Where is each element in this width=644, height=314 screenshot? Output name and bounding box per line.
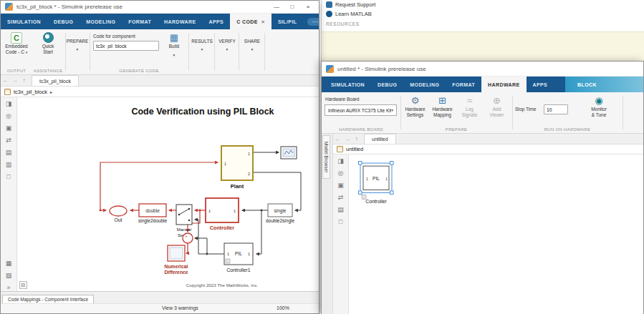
tab-apps[interactable]: APPS	[203, 14, 231, 29]
hardware-mapping-button[interactable]: ⊞ Hardware Mapping	[429, 92, 456, 117]
tab-simulation[interactable]: SIMULATION	[325, 77, 371, 92]
toolstrip-tab-bar: SIMULATION DEBUG MODELING FORMAT HARDWAR…	[1, 14, 319, 29]
sum-block[interactable]: + -	[183, 233, 193, 243]
quick-start-button[interactable]: Quick Start	[32, 29, 64, 54]
canvas-tool-palette: ◨ ◎ ▣ ⇄ ▤ □	[333, 154, 349, 314]
annotation-icon[interactable]: □	[6, 173, 10, 180]
collapse-panel-button[interactable]: ⊟	[19, 281, 27, 289]
build-button[interactable]: ▦ Build ▾	[163, 29, 186, 57]
model-canvas[interactable]: ⊟ Code Verification using PIL Block	[17, 97, 319, 291]
tab-simulation[interactable]: SIMULATION	[1, 14, 47, 29]
controller-block[interactable]: 1 1	[206, 198, 239, 222]
numerical-difference-block[interactable]	[168, 245, 185, 261]
maximize-button[interactable]: □	[284, 1, 300, 13]
request-support-link[interactable]: Request Support	[322, 0, 644, 9]
add-viewer-icon: ⊕	[493, 94, 501, 107]
document-tab[interactable]: untitled	[364, 134, 396, 144]
model-browser-tab[interactable]: Model Browser	[322, 135, 330, 179]
tab-modeling[interactable]: MODELING	[403, 77, 446, 92]
back-icon[interactable]: ←	[333, 134, 342, 144]
hardware-board-dropdown[interactable]: Infineon AURIX TC375 Lite Kit ▾	[325, 104, 397, 116]
single2double-block[interactable]: double	[139, 204, 166, 217]
document-tab[interactable]: tc3x_pil_block	[32, 75, 79, 86]
breadcrumb-item[interactable]: untitled	[346, 146, 363, 152]
diagram-title: Code Verification using PIL Block	[131, 107, 274, 117]
wire-feedback-to-plant[interactable]	[100, 162, 218, 210]
viewmarks-icon[interactable]: ▧	[6, 272, 12, 279]
out-label: Out	[115, 217, 122, 222]
wire-to-controller1[interactable]	[256, 210, 261, 254]
scope-block[interactable]	[281, 147, 297, 159]
results-gallery-button[interactable]: RESULTS ▾	[191, 29, 213, 74]
library-browser-icon[interactable]: ▥	[6, 161, 12, 168]
annotation-icon[interactable]: □	[339, 218, 342, 225]
tab-debug[interactable]: DEBUG	[47, 14, 80, 29]
tab-block[interactable]: BLOCK	[571, 82, 603, 87]
zoom-icon[interactable]: ◎	[6, 112, 11, 119]
hide-browser-icon[interactable]: ◨	[6, 100, 12, 107]
button-label: Hardware	[405, 107, 425, 112]
hardware-settings-button[interactable]: ⚙ Hardware Settings	[402, 92, 428, 117]
toolstrip-overflow-button[interactable]: ⋯	[307, 18, 319, 26]
simulink-app-icon	[5, 3, 13, 11]
monitor-tune-button[interactable]: ◉ Monitor & Tune	[582, 92, 615, 117]
learn-matlab-link[interactable]: Learn MATLAB	[322, 9, 644, 19]
fit-to-view-icon[interactable]: ▣	[337, 182, 344, 189]
sample-time-icon[interactable]: ▤	[337, 206, 344, 213]
code-mappings-tab[interactable]: Code Mappings - Component Interface	[2, 295, 94, 303]
breadcrumb-item[interactable]: tc3x_pil_block	[14, 89, 47, 95]
tab-c-code[interactable]: C CODE ×	[230, 14, 271, 29]
zoom-controls-icon[interactable]: ▦	[6, 260, 12, 267]
log-signals-button[interactable]: ≈ Log Signals	[456, 92, 483, 117]
view-warnings-link[interactable]: View 3 warnings	[162, 305, 198, 310]
model-canvas[interactable]: 1 PIL 1 Controller	[349, 154, 643, 314]
up-to-parent-icon[interactable]: ↑	[352, 134, 361, 144]
tab-format[interactable]: FORMAT	[446, 77, 481, 92]
code-for-component-input[interactable]	[93, 41, 159, 51]
fit-to-view-icon[interactable]: ▣	[6, 124, 12, 132]
hide-browser-icon[interactable]: ◨	[337, 157, 344, 165]
embedded-code-button[interactable]: C Embedded Code - C ▾	[2, 29, 31, 55]
tab-format[interactable]: FORMAT	[122, 14, 158, 29]
plant-block[interactable]: 1 1 2	[221, 146, 253, 180]
forward-icon[interactable]: →	[10, 75, 19, 86]
tab-close-icon[interactable]: ×	[261, 19, 265, 25]
link-label: Learn MATLAB	[335, 11, 372, 17]
tab-debug[interactable]: DEBUG	[371, 77, 403, 92]
zoom-icon[interactable]: ◎	[338, 170, 344, 177]
section-label-run-on-hardware: RUN ON HARDWARE	[514, 127, 621, 132]
stop-time-input[interactable]	[544, 104, 568, 114]
verify-gallery-button[interactable]: VERIFY ▾	[217, 29, 237, 74]
section-separator	[512, 96, 513, 129]
prepare-gallery-button[interactable]: PREPARE ▾	[67, 29, 88, 74]
chevron-down-icon: ▾	[201, 47, 203, 51]
signal-routing-icon[interactable]: ⇄	[338, 194, 344, 201]
signal-routing-icon[interactable]: ⇄	[6, 137, 11, 144]
manual-switch-block[interactable]	[176, 205, 192, 225]
breadcrumb[interactable]: tc3x_pil_block ▸	[1, 87, 319, 97]
out-port-block[interactable]	[110, 206, 127, 216]
forward-icon[interactable]: →	[342, 134, 352, 144]
tab-sil-pil[interactable]: SIL/PIL	[271, 14, 304, 29]
zoom-level[interactable]: 100%	[277, 305, 289, 310]
tab-modeling[interactable]: MODELING	[80, 14, 122, 29]
tab-apps[interactable]: APPS	[527, 77, 554, 92]
share-gallery-button[interactable]: SHARE ▾	[241, 29, 263, 74]
tab-hardware[interactable]: HARDWARE	[481, 77, 526, 92]
wire-controller1-to-sum[interactable]	[195, 238, 207, 254]
more-tools-icon[interactable]: »	[6, 284, 10, 291]
up-to-parent-icon[interactable]: ↑	[19, 75, 29, 86]
breadcrumb[interactable]: untitled	[333, 144, 643, 154]
controller1-pil-block[interactable]: 1 1 PIL	[224, 243, 253, 265]
double2single-block[interactable]: single	[268, 204, 292, 217]
wire-sum-to-numdiff[interactable]	[186, 243, 188, 253]
add-viewer-button[interactable]: ⊕ Add Viewer	[484, 92, 510, 117]
back-icon[interactable]: ←	[1, 75, 10, 86]
minimize-button[interactable]: —	[269, 1, 284, 13]
pil-block[interactable]: 1 PIL 1	[363, 166, 389, 190]
close-button[interactable]: ×	[300, 1, 316, 13]
sample-time-icon[interactable]: ▤	[6, 149, 12, 156]
gallery-label: SHARE	[244, 39, 260, 44]
tab-hardware[interactable]: HARDWARE	[158, 14, 202, 29]
plant-label: Plant	[231, 183, 244, 190]
